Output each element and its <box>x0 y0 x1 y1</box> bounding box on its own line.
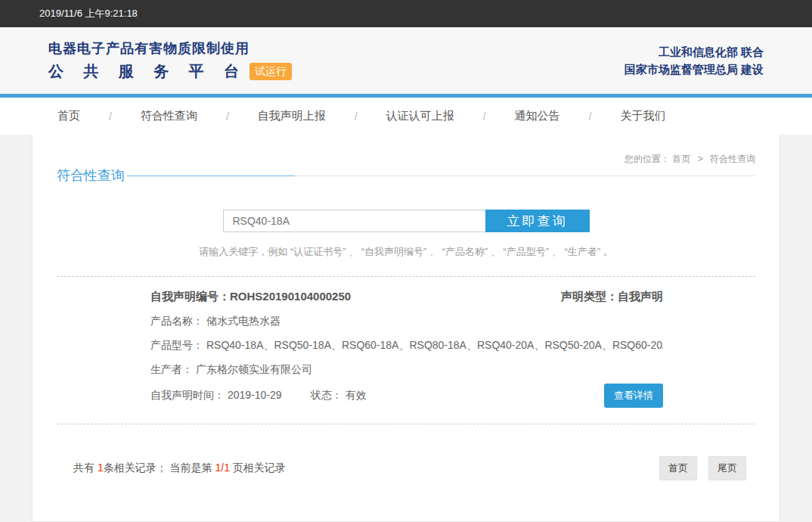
breadcrumb-prefix: 您的位置： <box>624 154 670 164</box>
manufacturer-row: 生产者：广东格尔顿实业有限公司 <box>150 363 663 377</box>
search-input[interactable] <box>223 210 485 232</box>
site-logo[interactable]: 电器电子产品有害物质限制使用 公共服务平台 试运行 <box>48 39 292 82</box>
search-hint: 请输入关键字，例如 “认证证书号” 、 “自我声明编号” 、 “产品名称” 、 … <box>57 245 755 259</box>
product-name-row: 产品名称：储水式电热水器 <box>150 315 663 328</box>
nav-item-about[interactable]: 关于我们 <box>620 109 665 123</box>
site-title-line1: 电器电子产品有害物质限制使用 <box>48 39 292 57</box>
main-nav: 首页 / 符合性查询 / 自我声明上报 / 认证认可上报 / 通知公告 / 关于… <box>0 98 812 135</box>
product-name-value: 储水式电热水器 <box>206 315 280 327</box>
title-underline-gray <box>295 176 755 176</box>
pagination-buttons: 首页 尾页 <box>651 456 746 480</box>
declaration-type: 声明类型：自我声明 <box>561 290 663 304</box>
time-status-text: 自我声明时间：2019-10-29状态：有效 <box>150 389 367 402</box>
declaration-number-label: 自我声明编号： <box>150 290 230 303</box>
pagination-summary: 共有 1条相关记录； 当前是第 1/1 页相关记录 <box>73 461 286 475</box>
product-name-label: 产品名称： <box>150 315 203 327</box>
first-page-button[interactable]: 首页 <box>659 456 697 480</box>
nav-item-compliance-query[interactable]: 符合性查询 <box>141 109 197 123</box>
status-value: 有效 <box>346 389 367 401</box>
manufacturer-value: 广东格尔顿实业有限公司 <box>196 363 312 375</box>
manufacturer-label: 生产者： <box>150 363 193 375</box>
content-area: 您的位置： 首页 > 符合性查询 符合性查询 立即查询 请输入关键字，例如 “认… <box>0 135 812 522</box>
breadcrumb-current: 符合性查询 <box>710 154 755 164</box>
nav-separator: / <box>483 110 486 123</box>
search-bar: 立即查询 <box>57 210 755 232</box>
site-title-line2: 公共服务平台 <box>48 61 239 82</box>
sponsor-text: 工业和信息化部 联合 国家市场监督管理总局 建设 <box>624 43 764 78</box>
page-title-row: 符合性查询 <box>57 166 755 185</box>
system-topbar: 2019/11/6 上午9:21:18 <box>0 0 812 27</box>
product-model-row: 产品型号：RSQ40-18A、RSQ50-18A、RSQ60-18A、RSQ80… <box>150 339 663 353</box>
product-model-value: RSQ40-18A、RSQ50-18A、RSQ60-18A、RSQ80-18A、… <box>206 339 663 351</box>
declaration-time-label: 自我声明时间： <box>150 389 225 401</box>
nav-item-notices[interactable]: 通知公告 <box>515 109 560 123</box>
view-detail-button[interactable]: 查看详情 <box>604 384 663 408</box>
breadcrumb: 您的位置： 首页 > 符合性查询 <box>57 153 755 166</box>
site-header: 电器电子产品有害物质限制使用 公共服务平台 试运行 工业和信息化部 联合 国家市… <box>0 27 812 94</box>
result-record: 自我声明编号：ROHS20190104000250 声明类型：自我声明 产品名称… <box>57 277 755 408</box>
declaration-number-value: ROHS20190104000250 <box>230 290 351 303</box>
search-button[interactable]: 立即查询 <box>485 210 590 232</box>
last-page-button[interactable]: 尾页 <box>708 456 746 480</box>
declaration-type-value: 自我声明 <box>618 290 663 303</box>
status-label: 状态： <box>311 389 342 401</box>
declaration-type-label: 声明类型： <box>561 290 618 303</box>
declaration-time-value: 2019-10-29 <box>228 389 282 401</box>
declaration-number: 自我声明编号：ROHS20190104000250 <box>150 290 351 304</box>
product-model-label: 产品型号： <box>150 339 203 351</box>
breadcrumb-separator: > <box>698 154 703 164</box>
content-card: 您的位置： 首页 > 符合性查询 符合性查询 立即查询 请输入关键字，例如 “认… <box>32 135 780 522</box>
declaration-time-row: 自我声明时间：2019-10-29状态：有效 查看详情 <box>150 384 663 408</box>
pagination: 共有 1条相关记录； 当前是第 1/1 页相关记录 首页 尾页 <box>57 456 755 480</box>
nav-separator: / <box>226 110 229 123</box>
nav-item-home[interactable]: 首页 <box>57 109 80 123</box>
nav-item-self-declaration-upload[interactable]: 自我声明上报 <box>258 109 326 123</box>
trial-badge: 试运行 <box>249 63 292 80</box>
title-underline-blue <box>127 176 295 176</box>
nav-item-certification-upload[interactable]: 认证认可上报 <box>386 109 454 123</box>
timestamp: 2019/11/6 上午9:21:18 <box>39 7 138 20</box>
divider-dashed-bottom <box>57 424 755 424</box>
record-count: 1 <box>98 461 104 474</box>
nav-separator: / <box>355 110 358 123</box>
page-title: 符合性查询 <box>57 166 125 185</box>
sponsor-line1: 工业和信息化部 联合 <box>624 43 764 61</box>
page-indicator: 1/1 <box>215 461 229 474</box>
breadcrumb-home[interactable]: 首页 <box>672 154 690 164</box>
nav-separator: / <box>589 110 592 123</box>
sponsor-line2: 国家市场监督管理总局 建设 <box>624 61 764 78</box>
nav-separator: / <box>109 110 112 123</box>
